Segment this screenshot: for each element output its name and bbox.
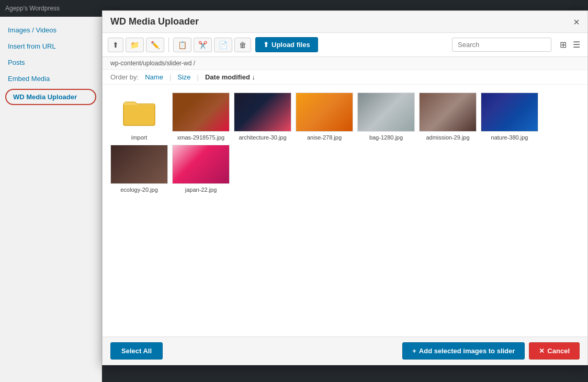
add-to-slider-label: Add selected images to slider	[419, 347, 515, 355]
wd-media-uploader-modal: WD Media Uploader × ⬆ 📁 ✏️ 📋 ✂️ 📄 🗑 ⬆ Up…	[102, 10, 588, 365]
list-item[interactable]: xmas-2918575.jpg	[172, 92, 230, 141]
image-thumbnail	[296, 92, 353, 132]
file-label: admission-29.jpg	[426, 134, 469, 141]
list-item[interactable]: nature-380.jpg	[481, 92, 538, 141]
list-view-button[interactable]: ☰	[571, 39, 582, 51]
sidebar: Images / Videos Insert from URL Posts Em…	[0, 17, 102, 382]
toolbar-upload-arrow-btn[interactable]: ⬆	[108, 38, 123, 52]
file-label: bag-1280.jpg	[369, 134, 403, 141]
list-item[interactable]: import	[110, 92, 168, 141]
modal-footer: Select All + Add selected images to slid…	[103, 337, 587, 365]
file-label: xmas-2918575.jpg	[177, 134, 225, 141]
image-thumbnail	[419, 92, 477, 132]
image-thumbnail	[110, 145, 168, 184]
toolbar-edit-btn[interactable]: ✏️	[146, 38, 164, 52]
add-to-slider-button[interactable]: + Add selected images to slider	[402, 342, 525, 360]
toolbar: ⬆ 📁 ✏️ 📋 ✂️ 📄 🗑 ⬆ Upload files ⊞ ☰	[103, 33, 587, 57]
image-thumbnail	[172, 92, 230, 132]
search-input[interactable]	[452, 38, 551, 52]
footer-right-actions: + Add selected images to slider ✕ Cancel	[402, 342, 580, 360]
toolbar-divider-1	[168, 38, 169, 52]
modal-title: WD Media Uploader	[110, 16, 199, 27]
order-by-label: Order by:	[110, 73, 139, 81]
modal-header: WD Media Uploader ×	[103, 11, 587, 33]
image-thumbnail	[234, 92, 291, 132]
list-item[interactable]: bag-1280.jpg	[357, 92, 415, 141]
folder-icon	[122, 98, 156, 126]
current-path: wp-content/uploads/slider-wd /	[110, 60, 195, 67]
sidebar-item-posts[interactable]: Posts	[0, 54, 101, 71]
order-by-size[interactable]: Size	[177, 73, 190, 81]
upload-files-button[interactable]: ⬆ Upload files	[255, 37, 318, 52]
plus-icon: +	[412, 347, 416, 355]
toolbar-copy-btn[interactable]: 📋	[173, 38, 191, 52]
site-name: Agepp's Wordpress	[5, 5, 60, 12]
grid-view-button[interactable]: ⊞	[558, 39, 569, 51]
view-toggle: ⊞ ☰	[558, 39, 582, 51]
cancel-button[interactable]: ✕ Cancel	[529, 342, 580, 360]
upload-files-label: Upload files	[272, 41, 310, 49]
file-label: ecology-20.jpg	[120, 187, 158, 193]
list-item[interactable]: admission-29.jpg	[419, 92, 477, 141]
sidebar-item-wd-media-uploader[interactable]: WD Media Uploader	[5, 89, 96, 105]
file-label: nature-380.jpg	[491, 134, 528, 141]
sidebar-item-insert-from-url[interactable]: Insert from URL	[0, 38, 101, 54]
file-label: architecture-30.jpg	[239, 134, 286, 141]
x-icon: ✕	[539, 347, 545, 355]
list-item[interactable]: ecology-20.jpg	[110, 145, 168, 193]
file-label: import	[131, 134, 148, 141]
order-bar: Order by: Name | Size | Date modified ↓	[103, 70, 587, 85]
sidebar-item-embed-media[interactable]: Embed Media	[0, 71, 101, 87]
order-by-date[interactable]: Date modified ↓	[205, 73, 255, 81]
sidebar-item-images-videos[interactable]: Images / Videos	[0, 22, 101, 38]
toolbar-delete-btn[interactable]: 🗑	[234, 38, 251, 52]
select-all-button[interactable]: Select All	[110, 342, 163, 360]
file-grid: import xmas-2918575.jpg architecture-30.…	[103, 85, 587, 337]
svg-rect-0	[123, 104, 155, 125]
list-item[interactable]: anise-278.jpg	[296, 92, 353, 141]
list-item[interactable]: japan-22.jpg	[172, 145, 230, 193]
file-label: anise-278.jpg	[307, 134, 342, 141]
toolbar-folder-btn[interactable]: 📁	[126, 38, 144, 52]
file-label: japan-22.jpg	[185, 187, 217, 193]
path-bar: wp-content/uploads/slider-wd /	[103, 57, 587, 70]
upload-icon: ⬆	[263, 41, 269, 49]
list-item[interactable]: architecture-30.jpg	[234, 92, 291, 141]
cancel-label: Cancel	[547, 347, 570, 355]
toolbar-paste-btn[interactable]: 📄	[214, 38, 232, 52]
toolbar-cut-btn[interactable]: ✂️	[194, 38, 212, 52]
image-thumbnail	[481, 92, 538, 132]
order-by-name[interactable]: Name	[145, 73, 163, 81]
image-thumbnail	[357, 92, 415, 132]
modal-close-button[interactable]: ×	[573, 17, 580, 27]
image-thumbnail	[172, 145, 230, 184]
folder-thumbnail	[110, 92, 168, 132]
